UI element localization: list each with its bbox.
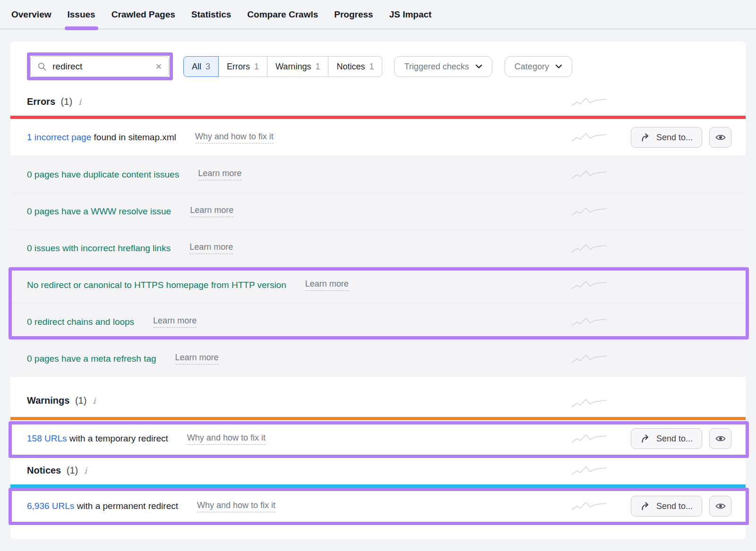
- issue-help-link[interactable]: Learn more: [175, 353, 219, 365]
- filter-toolbar: ✕ All 3 Errors 1 Warnings 1 Notices 1 Tr…: [10, 42, 746, 77]
- search-icon: [37, 62, 47, 71]
- nav-tab-overview[interactable]: Overview: [11, 1, 52, 28]
- send-arrow-icon: [640, 501, 651, 511]
- severity-color-bar: [10, 417, 746, 420]
- issue-count-link[interactable]: 6,936 URLs: [27, 501, 74, 511]
- issue-row: 0 issues with incorrect hreflang links L…: [10, 229, 746, 266]
- trend-sparkline: [570, 279, 608, 291]
- eye-button[interactable]: [709, 428, 731, 449]
- issue-count-link[interactable]: 158 URLs: [27, 433, 67, 443]
- issue-help-link[interactable]: Learn more: [305, 279, 349, 291]
- issue-text: 0 pages have a WWW resolve issue: [27, 206, 171, 217]
- issue-text: 0 pages have duplicate content issues: [27, 170, 179, 180]
- section-title: Notices (1): [27, 464, 78, 477]
- severity-filter-warnings[interactable]: Warnings 1: [267, 56, 328, 77]
- search-input[interactable]: [52, 61, 150, 72]
- issue-help-link[interactable]: Learn more: [190, 205, 233, 217]
- issue-text: 0 pages have a meta refresh tag: [27, 354, 156, 364]
- trend-sparkline: [570, 432, 608, 445]
- chevron-down-icon: [555, 64, 562, 69]
- nav-tab-js-impact[interactable]: JS Impact: [389, 1, 432, 28]
- issue-text: No redirect or canonical to HTTPS homepa…: [27, 280, 286, 290]
- section-warnings: Warnings (1) i 158 URLs with a temporary…: [10, 377, 746, 457]
- nav-tab-compare-crawls[interactable]: Compare Crawls: [247, 1, 318, 28]
- section-header: Notices (1) i: [10, 457, 746, 484]
- info-icon[interactable]: i: [84, 466, 87, 475]
- send-arrow-icon: [640, 433, 651, 444]
- severity-filter-notices[interactable]: Notices 1: [328, 56, 382, 77]
- info-icon[interactable]: i: [93, 396, 95, 406]
- section-title: Warnings (1): [27, 394, 86, 407]
- trend-sparkline: [570, 242, 608, 254]
- clear-search-icon[interactable]: ✕: [155, 63, 162, 71]
- send-to-button[interactable]: Send to...: [631, 496, 702, 517]
- issue-help-link[interactable]: Learn more: [153, 316, 197, 328]
- issue-help-link[interactable]: Learn more: [189, 242, 233, 254]
- issue-help-link[interactable]: Why and how to fix it: [197, 500, 275, 512]
- info-icon[interactable]: i: [78, 97, 81, 107]
- trend-sparkline: [570, 169, 608, 181]
- send-to-button[interactable]: Send to...: [631, 428, 702, 449]
- severity-color-bar: [10, 116, 746, 119]
- eye-button[interactable]: [709, 127, 731, 148]
- issues-panel: ✕ All 3 Errors 1 Warnings 1 Notices 1 Tr…: [10, 42, 746, 539]
- section-header: Warnings (1) i: [10, 377, 746, 417]
- filter-dropdown-category[interactable]: Category: [505, 56, 572, 77]
- issue-sections: Errors (1) i 1 incorrect page found in s…: [10, 77, 746, 525]
- nav-tab-statistics[interactable]: Statistics: [191, 1, 231, 28]
- eye-icon: [715, 433, 726, 444]
- trend-sparkline: [570, 316, 608, 328]
- issue-row: 0 pages have duplicate content issues Le…: [10, 156, 746, 193]
- trend-sparkline: [570, 353, 608, 365]
- trend-sparkline: [570, 500, 608, 512]
- eye-icon: [715, 500, 726, 512]
- trend-sparkline: [570, 131, 608, 144]
- issue-row: 6,936 URLs with a permanent redirect Why…: [10, 488, 746, 525]
- search-box[interactable]: ✕: [30, 56, 169, 77]
- active-tab-indicator: [65, 26, 98, 30]
- top-nav: Overview Issues Crawled Pages Statistics…: [0, 0, 756, 29]
- issue-count-link[interactable]: 1 incorrect page: [27, 132, 91, 142]
- severity-filter-all[interactable]: All 3: [183, 56, 219, 77]
- severity-filter-errors[interactable]: Errors 1: [218, 56, 267, 77]
- issue-text: 0 issues with incorrect hreflang links: [27, 243, 171, 254]
- nav-tab-issues[interactable]: Issues: [68, 1, 95, 28]
- eye-icon: [715, 132, 726, 143]
- dropdown-filters: Triggered checks Category: [382, 56, 572, 77]
- issue-text: 158 URLs with a temporary redirect: [27, 433, 168, 444]
- issue-row: 0 pages have a meta refresh tag Learn mo…: [10, 340, 746, 377]
- chevron-down-icon: [475, 64, 482, 69]
- issue-help-link[interactable]: Why and how to fix it: [195, 132, 274, 144]
- trend-sparkline: [570, 96, 608, 108]
- trend-sparkline: [570, 205, 608, 218]
- severity-filter: All 3 Errors 1 Warnings 1 Notices 1: [183, 56, 382, 77]
- issue-row: 0 pages have a WWW resolve issue Learn m…: [10, 193, 746, 229]
- issue-text: 6,936 URLs with a permanent redirect: [27, 501, 178, 511]
- nav-tab-progress[interactable]: Progress: [334, 1, 373, 28]
- section-errors: Errors (1) i 1 incorrect page found in s…: [10, 77, 746, 377]
- issue-row: 158 URLs with a temporary redirect Why a…: [10, 420, 746, 457]
- trend-sparkline: [570, 397, 608, 409]
- issue-text: 1 incorrect page found in sitemap.xml: [27, 132, 176, 143]
- issue-help-link[interactable]: Learn more: [198, 169, 241, 180]
- issue-row: No redirect or canonical to HTTPS homepa…: [10, 266, 746, 303]
- send-to-button[interactable]: Send to...: [631, 127, 702, 148]
- filter-dropdown-triggered-checks[interactable]: Triggered checks: [394, 56, 492, 77]
- section-title: Errors (1): [27, 95, 72, 108]
- trend-sparkline: [570, 465, 608, 477]
- eye-button[interactable]: [709, 496, 731, 517]
- issue-text: 0 redirect chains and loops: [27, 317, 134, 327]
- issue-row: 0 redirect chains and loops Learn more: [10, 303, 746, 340]
- section-header: Errors (1) i: [10, 77, 746, 116]
- issue-help-link[interactable]: Why and how to fix it: [187, 433, 266, 445]
- send-arrow-icon: [640, 132, 651, 143]
- section-notices: Notices (1) i 6,936 URLs with a permanen…: [10, 457, 746, 525]
- severity-color-bar: [10, 484, 746, 488]
- nav-tab-crawled-pages[interactable]: Crawled Pages: [112, 1, 175, 28]
- issue-row: 1 incorrect page found in sitemap.xml Wh…: [10, 119, 746, 156]
